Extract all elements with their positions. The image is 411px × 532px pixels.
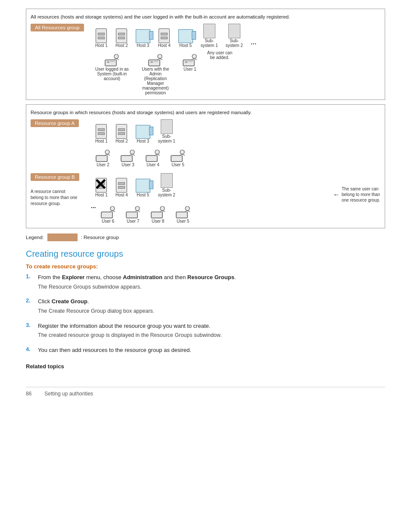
svg-point-21 xyxy=(110,206,115,211)
group-b-hosts-row: Host 1 Host 4 Host 5 Sub-system 2 xyxy=(95,173,330,197)
server-icon xyxy=(96,124,107,139)
host-item: Host 5 xyxy=(178,29,193,48)
user-label: User 2 xyxy=(97,162,109,167)
host-label: Host 5 xyxy=(179,43,192,48)
group-a-section: Resource group A Host 1 Host 2 Host 3 xyxy=(31,119,380,167)
user-icon xyxy=(150,202,166,219)
host-label: Host 3 xyxy=(137,43,149,48)
host-label: Host 3 xyxy=(137,139,149,143)
server-icon xyxy=(116,28,127,43)
svg-rect-12 xyxy=(96,156,107,162)
user-item: User 3 xyxy=(120,146,136,167)
subsystem-icon xyxy=(161,119,173,134)
step-2-sub: The Create Resource Group dialog box app… xyxy=(38,307,385,315)
step-1-content: From the Explorer menu, choose Administr… xyxy=(38,273,385,292)
user-item: Any user canbe added. xyxy=(207,50,232,60)
host-item: Host 1 xyxy=(95,124,108,143)
svg-rect-5 xyxy=(150,61,153,63)
user-item: Users with the Admin(Replication Manager… xyxy=(138,50,173,95)
subsystem-icon xyxy=(203,24,215,38)
svg-point-13 xyxy=(105,150,109,154)
diagram1: All resources (hosts and storage systems… xyxy=(26,9,385,100)
legend-section: Legend: : Resource group xyxy=(26,233,385,241)
host-label: Sub-system 1 xyxy=(201,38,218,48)
svg-rect-14 xyxy=(121,156,132,162)
group-a-label: Resource group A xyxy=(31,119,79,127)
svg-point-25 xyxy=(160,206,165,211)
step-number-3: 3. xyxy=(26,322,34,328)
host-item: Host 1 xyxy=(95,28,108,48)
svg-rect-9 xyxy=(185,61,187,63)
user-icon xyxy=(175,202,191,219)
footer-text: Setting up authorities xyxy=(44,391,93,397)
user-icon xyxy=(95,146,111,162)
user-item: User logged in asSystem (built-inaccount… xyxy=(95,50,129,81)
host-item: Host 2 xyxy=(115,28,128,48)
svg-rect-20 xyxy=(101,212,112,218)
group-a-users-row: User 2 User 3 User 4 xyxy=(95,146,380,167)
step-2-main: Click Create Group. xyxy=(38,297,385,306)
diagram1-note: All resources (hosts and storage systems… xyxy=(31,13,380,20)
group-b-hosts-users: Host 1 Host 4 Host 5 Sub-system 2 xyxy=(91,173,330,224)
diagram1-users-row: User logged in asSystem (built-inaccount… xyxy=(95,50,380,95)
user-icon xyxy=(125,202,141,219)
host-item: Sub-system 2 xyxy=(226,24,243,48)
step-number-4: 4. xyxy=(26,346,34,352)
user-icon xyxy=(120,146,136,162)
user-label: User 5 xyxy=(171,162,184,167)
svg-rect-10 xyxy=(188,61,193,62)
svg-point-7 xyxy=(158,54,162,59)
svg-point-19 xyxy=(180,150,184,154)
user-label: User 8 xyxy=(152,219,164,224)
svg-rect-18 xyxy=(171,156,182,162)
host-item: Sub-system 1 xyxy=(201,24,218,48)
step-2: 2. Click Create Group. The Create Resour… xyxy=(26,297,385,316)
host-item: Host 3 xyxy=(136,29,150,48)
legend-prefix: Legend: xyxy=(26,235,44,240)
group-a-hosts-row: Host 1 Host 2 Host 3 Sub-system 1 xyxy=(95,119,380,143)
group-a-right: Host 1 Host 2 Host 3 Sub-system 1 xyxy=(91,119,380,167)
svg-rect-22 xyxy=(126,212,137,218)
step-number-2: 2. xyxy=(26,297,34,304)
user-icon xyxy=(170,146,186,162)
server-icon xyxy=(159,28,170,43)
host-item-crossed: Host 1 xyxy=(95,178,108,197)
user-item: User 5 xyxy=(170,146,186,167)
svg-rect-26 xyxy=(176,212,187,218)
host-item: Sub-system 2 xyxy=(158,173,175,197)
server-icon xyxy=(96,28,107,43)
user-label: User 3 xyxy=(121,162,134,167)
user-item: User 5 xyxy=(175,202,191,224)
step-1: 1. From the Explorer menu, choose Admini… xyxy=(26,273,385,292)
user-item: User 1 xyxy=(182,50,198,72)
storage-icon xyxy=(136,29,150,43)
group-b-dots: ··· xyxy=(91,204,96,211)
svg-rect-6 xyxy=(154,61,158,62)
storage-icon xyxy=(136,179,150,193)
host-label: Host 1 xyxy=(95,43,108,48)
host-item: Host 4 xyxy=(115,178,128,197)
group-b-bottom: ··· User 6 xyxy=(91,200,330,224)
group-b-label: Resource group B xyxy=(31,173,79,181)
step-3-main: Register the information about the resou… xyxy=(38,322,385,330)
svg-point-15 xyxy=(130,150,134,154)
footer: 86 Setting up authorities xyxy=(26,387,385,397)
user-item: User 2 xyxy=(95,146,111,167)
arrow-icon: ← xyxy=(333,191,340,199)
host-label: Host 4 xyxy=(115,193,128,197)
same-user-note: The same user can belong to more than on… xyxy=(342,186,380,203)
user-label: User 6 xyxy=(102,219,114,224)
user-icon xyxy=(182,50,198,67)
step-number-1: 1. xyxy=(26,273,34,280)
svg-rect-1 xyxy=(107,61,109,63)
host-label: Host 1 xyxy=(95,193,108,197)
step-3-sub: The created resource group is displayed … xyxy=(38,331,385,339)
host-item: Host 3 xyxy=(136,125,150,143)
diagram1-content: All Resources group Host 1 Host 2 Host 3 xyxy=(31,24,380,95)
diagram2: Resource groups in which resources (host… xyxy=(26,104,385,228)
svg-point-11 xyxy=(192,54,196,59)
user-icon xyxy=(148,50,163,67)
step-4-content: You can then add resources to the resour… xyxy=(38,346,385,356)
step-3: 3. Register the information about the re… xyxy=(26,322,385,341)
host-item: Sub-system 1 xyxy=(158,119,175,143)
